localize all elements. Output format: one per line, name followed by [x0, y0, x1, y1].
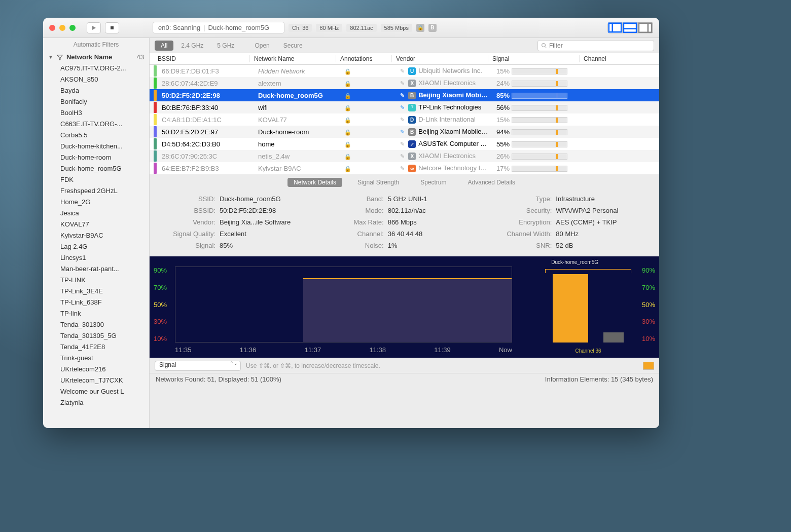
sidebar-item[interactable]: Man-beer-rat-pant... [43, 263, 149, 275]
detail-value: 1% [388, 242, 398, 249]
sidebar-item[interactable]: TP-LINK [43, 275, 149, 286]
tab-advanced[interactable]: Advanced Details [462, 178, 521, 187]
zoom-button[interactable] [69, 25, 76, 31]
sidebar-item[interactable]: Duck-home_room5G [43, 163, 149, 174]
view-left-panel[interactable] [607, 22, 623, 33]
search-input[interactable] [549, 42, 651, 49]
sidebar-item[interactable]: Lincsys1 [43, 252, 149, 263]
sidebar-item[interactable]: Home_2G [43, 197, 149, 208]
cell-name: Duck-home_room5G [254, 92, 340, 99]
col-name[interactable]: Network Name [250, 55, 336, 62]
sidebar-item[interactable]: Tenda_301305_5G [43, 330, 149, 341]
sidebar-item[interactable]: Tenda_41F2E8 [43, 341, 149, 353]
titlebar: en0: Scanning | Duck-home_room5G Ch. 36 … [43, 18, 659, 38]
cell-vendor: ✎ BBeijing Xiaomi Mobile So... [396, 128, 492, 136]
col-annotations[interactable]: Annotations [336, 55, 392, 62]
channel-bar-chart: Duck-home_room5G 90% 70% 50% 30% 10% Cha… [517, 256, 659, 358]
sidebar-item[interactable]: Duck-home-kitchen... [43, 141, 149, 152]
lock-icon: 🔒 [344, 81, 351, 87]
pencil-icon: ✎ [400, 141, 405, 147]
sidebar-group-header[interactable]: ▼ Network Name 43 [43, 51, 149, 63]
sidebar-item[interactable]: BoolH3 [43, 107, 149, 119]
col-channel[interactable]: Channel [580, 55, 659, 62]
table-row[interactable]: 66:D9:E7:DB:01:F3Hidden Network🔒✎ UUbiqu… [150, 65, 659, 77]
sidebar-item[interactable]: UKrtelecom216 [43, 364, 149, 375]
cell-signal: 94% [492, 128, 584, 136]
filter-24ghz[interactable]: 2.4 GHz [175, 41, 209, 51]
sidebar-item[interactable]: Corba5.5 [43, 130, 149, 141]
tab-signal-strength[interactable]: Signal Strength [351, 178, 405, 187]
filter-bar: All 2.4 GHz 5 GHz Open Secure [150, 38, 659, 53]
svg-rect-1 [609, 23, 622, 32]
sidebar-item[interactable]: Lag 2.4G [43, 241, 149, 252]
filter-all[interactable]: All [155, 41, 173, 51]
sidebar-item[interactable]: TP-link [43, 308, 149, 319]
search-field[interactable] [537, 40, 654, 51]
svg-rect-5 [639, 23, 652, 32]
sidebar-item[interactable]: TP-Link_3E4E [43, 286, 149, 297]
filter-secure[interactable]: Secure [277, 41, 309, 51]
sidebar-item[interactable]: Bonifaciy [43, 96, 149, 107]
x-axis-labels: 11:3511:3611:3711:3811:39Now [175, 346, 512, 354]
table-row[interactable]: D4:5D:64:2C:D3:B0home🔒✎ ⟋ASUSTeK Compute… [150, 138, 659, 150]
table-row[interactable]: 50:D2:F5:2D:2E:97Duck-home-room🔒✎ BBeiji… [150, 126, 659, 138]
cell-signal: 56% [492, 104, 584, 111]
main-content: All 2.4 GHz 5 GHz Open Secure BSSID Ne [150, 38, 659, 428]
table-row[interactable]: 50:D2:F5:2D:2E:98Duck-home_room5G🔒✎ BBei… [150, 89, 659, 101]
svg-line-8 [545, 47, 547, 48]
sidebar-item[interactable]: UKrtelecom_TJ7CXK [43, 375, 149, 386]
sidebar-item[interactable]: Bayda [43, 85, 149, 96]
cell-signal: 15% [492, 116, 584, 124]
table-row[interactable]: 28:6C:07:90:25:3Cnetis_2.4w🔒✎ XXIAOMI El… [150, 150, 659, 162]
table-row[interactable]: 28:6C:07:44:2D:E9alextem🔒✎ XXIAOMI Elect… [150, 77, 659, 89]
table-row[interactable]: C4:A8:1D:DE:A1:1CKOVAL77🔒✎ DD-Link Inter… [150, 113, 659, 126]
play-button[interactable] [87, 22, 101, 33]
sidebar-item[interactable]: FDK [43, 174, 149, 185]
metric-select[interactable]: Signal [155, 361, 241, 371]
sidebar-item[interactable]: Welcome our Guest L [43, 386, 149, 397]
detail-label: SSID: [160, 195, 215, 203]
col-bssid[interactable]: BSSID [154, 55, 250, 62]
cell-name: netis_2.4w [254, 153, 340, 160]
sidebar-item[interactable]: Trink-guest [43, 353, 149, 364]
detail-value: 802.11a/n/ac [388, 207, 426, 214]
sidebar-item[interactable]: AKSON_850 [43, 74, 149, 85]
filter-5ghz[interactable]: 5 GHz [211, 41, 240, 51]
col-signal[interactable]: Signal [488, 55, 580, 62]
tab-network-details[interactable]: Network Details [287, 178, 342, 187]
stop-button[interactable] [105, 22, 119, 33]
close-button[interactable] [49, 25, 55, 31]
sidebar-item[interactable]: Zlatynia [43, 397, 149, 408]
sidebar-item[interactable]: Jesica [43, 208, 149, 219]
detail-label: Band: [328, 195, 384, 203]
sidebar-item[interactable]: Freshspeed 2GHzL [43, 185, 149, 197]
color-swatch[interactable] [643, 362, 654, 370]
detail-value: Beijing Xia...ile Software [220, 218, 291, 226]
minimize-button[interactable] [59, 25, 65, 31]
sidebar-item[interactable]: Duck-home-room [43, 152, 149, 163]
cell-bssid: 28:6C:07:44:2D:E9 [158, 80, 254, 87]
sidebar-item[interactable]: AC975.IT-TV.ORG-2... [43, 63, 149, 74]
table-body[interactable]: 66:D9:E7:DB:01:F3Hidden Network🔒✎ UUbiqu… [150, 65, 659, 175]
sidebar-item[interactable]: TP-Link_638F [43, 297, 149, 308]
cell-name: Duck-home-room [254, 128, 340, 136]
sidebar-item[interactable]: C663E.IT-TV.ORG-... [43, 119, 149, 130]
tab-spectrum[interactable]: Spectrum [414, 178, 452, 187]
cell-bssid: C4:A8:1D:DE:A1:1C [158, 116, 254, 124]
pencil-icon: ✎ [400, 153, 405, 159]
status-right: Information Elements: 15 (345 bytes) [545, 375, 653, 383]
cell-vendor: ✎ ∞Netcore Technology Inc. [396, 164, 492, 172]
col-vendor[interactable]: Vendor [392, 55, 488, 62]
view-right-panel[interactable] [638, 22, 653, 33]
band-segment: All 2.4 GHz 5 GHz [155, 41, 240, 51]
view-bottom-panel[interactable] [623, 22, 638, 33]
table-row[interactable]: 64:EE:B7:F2:B9:B3Kyivstar-B9AC🔒✎ ∞Netcor… [150, 162, 659, 174]
current-network: Duck-home_room5G [208, 24, 270, 31]
detail-row: Max Rate:866 Mbps [328, 218, 481, 226]
sidebar-item[interactable]: Tenda_301300 [43, 319, 149, 330]
table-row[interactable]: B0:BE:76:BF:33:40wifi🔒✎ ᵀTP-Link Technol… [150, 101, 659, 113]
sidebar-item[interactable]: Kyivstar-B9AC [43, 230, 149, 241]
detail-value: Duck-home_room5G [220, 195, 281, 203]
sidebar-item[interactable]: KOVAL77 [43, 219, 149, 230]
filter-open[interactable]: Open [248, 41, 275, 51]
